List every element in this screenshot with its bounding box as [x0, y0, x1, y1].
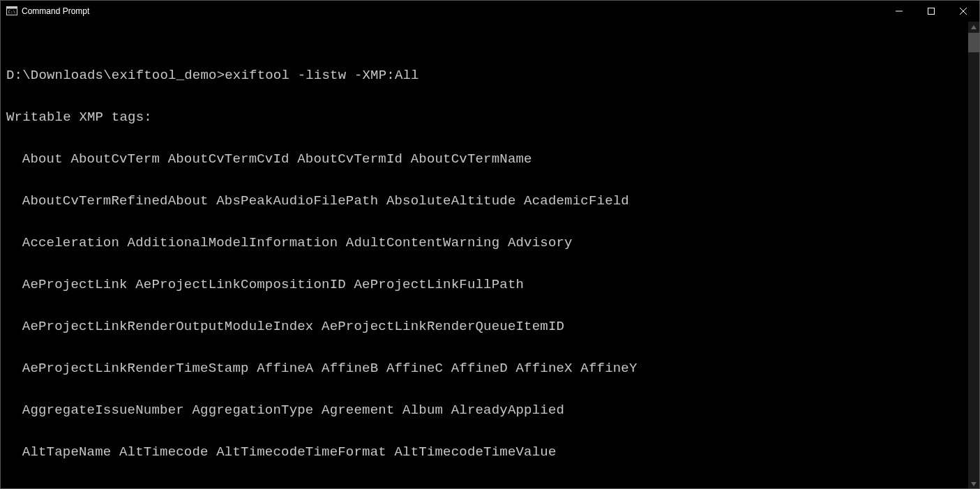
output-line: AltTimecodeValue AlternateTitle Alternat…	[6, 483, 968, 489]
output-line: AboutCvTermRefinedAbout AbsPeakAudioFile…	[6, 190, 968, 211]
output-line: AeProjectLinkRenderTimeStamp AffineA Aff…	[6, 358, 968, 379]
svg-text:C:\: C:\	[8, 9, 16, 14]
cmd-icon: C:\	[6, 6, 17, 17]
output-line: AltTapeName AltTimecode AltTimecodeTimeF…	[6, 442, 968, 462]
output-line: Acceleration AdditionalModelInformation …	[6, 232, 968, 253]
command: exiftool -listw -XMP:All	[225, 68, 419, 83]
output-line: AeProjectLink AeProjectLinkCompositionID…	[6, 274, 968, 295]
prompt-line: D:\Downloads\exiftool_demo>exiftool -lis…	[6, 65, 968, 86]
output-line: AggregateIssueNumber AggregationType Agr…	[6, 400, 968, 421]
scrollbar-up-icon[interactable]	[968, 22, 979, 33]
close-button[interactable]	[947, 1, 979, 22]
titlebar: C:\ Command Prompt	[1, 1, 979, 22]
output-line: AeProjectLinkRenderOutputModuleIndex AeP…	[6, 316, 968, 337]
minimize-button[interactable]	[883, 1, 915, 22]
terminal-area: D:\Downloads\exiftool_demo>exiftool -lis…	[1, 22, 979, 489]
terminal-output[interactable]: D:\Downloads\exiftool_demo>exiftool -lis…	[6, 22, 968, 489]
output-header: Writable XMP tags:	[6, 107, 968, 128]
scrollbar-down-icon[interactable]	[968, 479, 979, 489]
prompt: D:\Downloads\exiftool_demo>	[6, 68, 225, 83]
scrollbar-thumb[interactable]	[968, 33, 979, 52]
scrollbar[interactable]	[968, 22, 979, 489]
output-line: About AboutCvTerm AboutCvTermCvId AboutC…	[6, 149, 968, 170]
svg-rect-4	[928, 8, 935, 15]
window-title: Command Prompt	[22, 6, 89, 16]
maximize-button[interactable]	[915, 1, 947, 22]
